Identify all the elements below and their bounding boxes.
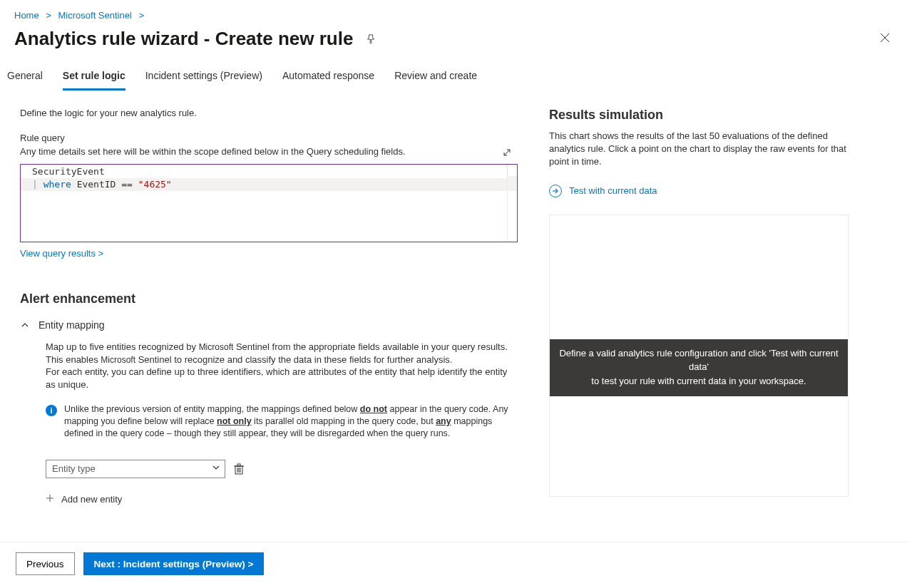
tabs: General Set rule logic Incident settings… bbox=[0, 56, 907, 91]
entity-mapping-info: i Unlike the previous version of entity … bbox=[46, 403, 516, 440]
info-text: Unlike the previous version of entity ma… bbox=[64, 403, 516, 440]
intro-text: Define the logic for your new analytics … bbox=[20, 108, 521, 118]
tab-incident-settings[interactable]: Incident settings (Preview) bbox=[145, 70, 262, 91]
tab-general[interactable]: General bbox=[7, 70, 43, 91]
svg-rect-8 bbox=[237, 464, 240, 466]
add-new-entity-button[interactable]: Add new entity bbox=[46, 494, 521, 505]
query-token-where: where bbox=[43, 179, 71, 190]
test-link-label: Test with current data bbox=[569, 185, 657, 196]
breadcrumb-sep: > bbox=[138, 10, 144, 21]
results-simulation-desc: This chart shows the results of the last… bbox=[549, 130, 849, 169]
arrow-right-circle-icon bbox=[549, 185, 562, 197]
tab-automated-response[interactable]: Automated response bbox=[282, 70, 374, 91]
query-editor[interactable]: SecurityEvent | where EventID == "4625" bbox=[20, 164, 518, 242]
plus-icon bbox=[46, 494, 54, 505]
results-chart-overlay: Define a valid analytics rule configurat… bbox=[550, 339, 848, 397]
query-token-field: EventID bbox=[77, 179, 116, 190]
entity-mapping-toggle[interactable]: Entity mapping bbox=[20, 319, 521, 331]
page-title: Analytics rule wizard - Create new rule bbox=[14, 28, 353, 50]
title-row: Analytics rule wizard - Create new rule bbox=[0, 21, 907, 56]
entity-mapping-title: Entity mapping bbox=[39, 319, 105, 331]
breadcrumb-sentinel[interactable]: Microsoft Sentinel bbox=[58, 10, 132, 21]
svg-line-2 bbox=[504, 150, 510, 155]
results-simulation-heading: Results simulation bbox=[549, 108, 849, 123]
add-new-entity-label: Add new entity bbox=[61, 494, 122, 505]
breadcrumb-sep: > bbox=[46, 10, 51, 21]
query-token-pipe: | bbox=[32, 179, 43, 190]
entity-type-placeholder: Entity type bbox=[52, 463, 96, 474]
query-scrollbar[interactable] bbox=[507, 165, 517, 177]
results-chart-area: Define a valid analytics rule configurat… bbox=[549, 215, 849, 497]
query-gutter bbox=[507, 177, 517, 242]
alert-enhancement-heading: Alert enhancement bbox=[20, 292, 521, 306]
chevron-down-icon bbox=[212, 463, 220, 474]
close-icon[interactable] bbox=[877, 29, 893, 49]
entity-mapping-desc: Map up to five entities recognized by Mi… bbox=[46, 341, 509, 391]
rule-query-sub: Any time details set here will be within… bbox=[20, 146, 406, 157]
breadcrumb-home[interactable]: Home bbox=[14, 10, 39, 21]
query-token-op: == bbox=[121, 179, 133, 190]
expand-icon[interactable] bbox=[502, 146, 512, 158]
chevron-up-icon bbox=[20, 320, 30, 330]
query-token-string: "4625" bbox=[138, 179, 172, 190]
info-icon: i bbox=[46, 405, 57, 416]
tab-set-rule-logic[interactable]: Set rule logic bbox=[63, 70, 125, 91]
delete-entity-icon[interactable] bbox=[234, 463, 244, 475]
query-token-table: SecurityEvent bbox=[32, 166, 105, 177]
breadcrumb: Home > Microsoft Sentinel > bbox=[0, 0, 907, 21]
entity-type-select[interactable]: Entity type bbox=[46, 460, 225, 478]
rule-query-label: Rule query bbox=[20, 133, 521, 143]
view-query-results-link[interactable]: View query results > bbox=[20, 248, 103, 259]
tab-review-create[interactable]: Review and create bbox=[394, 70, 477, 91]
pin-icon[interactable] bbox=[366, 34, 376, 44]
test-with-current-data-link[interactable]: Test with current data bbox=[549, 185, 849, 197]
